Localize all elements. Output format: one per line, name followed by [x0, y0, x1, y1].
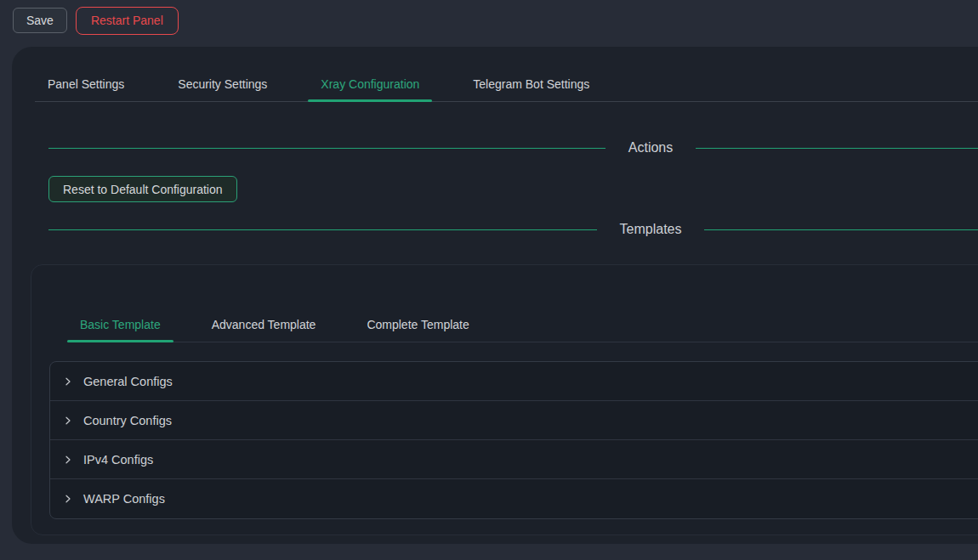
- top-toolbar: Save Restart Panel: [0, 0, 978, 41]
- chevron-right-icon: [63, 376, 73, 387]
- tab-security-settings[interactable]: Security Settings: [165, 68, 280, 101]
- collapse-row-label: Country Configs: [83, 414, 172, 427]
- divider-line-right: [696, 148, 978, 149]
- collapse-row-label: WARP Configs: [83, 492, 165, 506]
- collapse-row-general-configs[interactable]: General Configs: [50, 362, 978, 401]
- actions-row: Reset to Default Configuration: [48, 176, 978, 202]
- templates-section-title: Templates: [597, 222, 705, 237]
- templates-divider: Templates: [48, 212, 978, 246]
- actions-divider: Actions: [48, 131, 978, 165]
- settings-card: Panel Settings Security Settings Xray Co…: [12, 47, 978, 544]
- tab-basic-template[interactable]: Basic Template: [67, 308, 173, 342]
- chevron-right-icon: [63, 455, 73, 465]
- collapse-row-country-configs[interactable]: Country Configs: [50, 401, 978, 440]
- collapse-row-ipv4-configs[interactable]: IPv4 Configs: [50, 440, 978, 479]
- chevron-right-icon: [63, 494, 73, 504]
- tab-advanced-template[interactable]: Advanced Template: [199, 308, 329, 342]
- divider-line-left: [48, 229, 597, 230]
- template-tab-bar: Basic Template Advanced Template Complet…: [67, 308, 978, 342]
- reset-default-config-button[interactable]: Reset to Default Configuration: [48, 176, 237, 202]
- templates-card: Basic Template Advanced Template Complet…: [31, 264, 978, 535]
- divider-line-right: [704, 229, 978, 230]
- tab-telegram-bot-settings[interactable]: Telegram Bot Settings: [460, 68, 602, 101]
- tab-panel-settings[interactable]: Panel Settings: [35, 68, 137, 101]
- save-button[interactable]: Save: [13, 8, 67, 33]
- tab-complete-template[interactable]: Complete Template: [354, 308, 481, 342]
- divider-line-left: [48, 148, 606, 149]
- collapse-row-label: IPv4 Configs: [83, 453, 153, 467]
- tab-xray-configuration[interactable]: Xray Configuration: [308, 68, 432, 101]
- restart-panel-button[interactable]: Restart Panel: [76, 7, 179, 35]
- actions-section-title: Actions: [606, 140, 696, 156]
- settings-tab-bar: Panel Settings Security Settings Xray Co…: [35, 68, 978, 102]
- chevron-right-icon: [63, 416, 73, 426]
- config-collapse-list: General Configs Country Configs IPv4 Con…: [49, 361, 978, 519]
- collapse-row-label: General Configs: [83, 375, 173, 388]
- collapse-row-warp-configs[interactable]: WARP Configs: [50, 479, 978, 518]
